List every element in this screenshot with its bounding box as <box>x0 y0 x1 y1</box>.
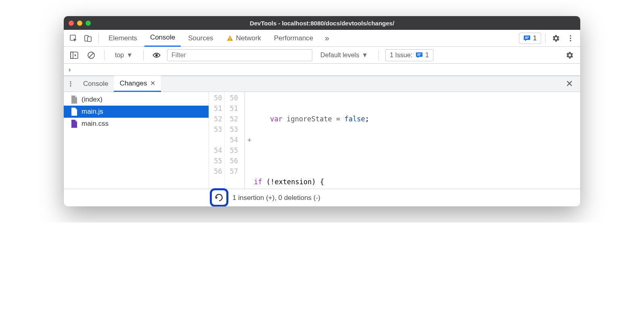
svg-point-14 <box>155 54 158 56</box>
changes-panel: (index) main.js main.css 50 51 52 53 54 … <box>64 92 580 189</box>
tab-elements-label: Elements <box>109 34 137 42</box>
drawer-tab-changes[interactable]: Changes ✕ <box>114 76 161 92</box>
chevron-down-icon: ▼ <box>126 52 133 59</box>
tab-network[interactable]: Network <box>221 30 267 47</box>
warning-icon <box>226 35 234 42</box>
svg-rect-3 <box>230 37 230 39</box>
separator <box>98 33 99 43</box>
close-tab-icon[interactable]: ✕ <box>150 79 155 87</box>
levels-label: Default levels <box>320 52 359 59</box>
tree-item-maincss[interactable]: main.css <box>64 118 209 130</box>
svg-point-17 <box>70 81 71 82</box>
tab-console-label: Console <box>150 33 175 42</box>
log-levels-selector[interactable]: Default levels ▼ <box>316 49 372 61</box>
traffic-lights <box>69 21 91 26</box>
drawer-tab-console-label: Console <box>83 80 108 88</box>
chevron-down-icon: ▼ <box>362 52 368 59</box>
tree-item-label: main.css <box>82 120 109 128</box>
file-icon <box>71 108 77 116</box>
device-toolbar-icon[interactable] <box>82 32 94 45</box>
clear-console-icon[interactable] <box>85 49 98 62</box>
devtools-window: DevTools - localhost:8080/docs/devtools/… <box>64 16 580 206</box>
gutter-new: 50 51 52 53 54 55 56 57 <box>225 92 245 189</box>
separator <box>378 50 379 60</box>
revert-highlight <box>210 188 228 206</box>
prompt-caret-icon: › <box>69 66 71 73</box>
svg-rect-2 <box>88 37 91 42</box>
issues-count: 1 <box>425 52 429 59</box>
svg-point-19 <box>70 85 71 86</box>
more-tabs-icon[interactable]: » <box>320 32 333 45</box>
svg-point-7 <box>570 35 571 37</box>
diff-code[interactable]: var ignoreState = false; if (!extension)… <box>254 92 580 189</box>
inspect-element-icon[interactable] <box>67 32 80 45</box>
svg-rect-16 <box>417 55 420 56</box>
titlebar: DevTools - localhost:8080/docs/devtools/… <box>64 16 580 30</box>
svg-rect-6 <box>525 38 528 39</box>
minimize-window-button[interactable] <box>77 21 82 26</box>
tab-sources-label: Sources <box>188 34 213 42</box>
file-icon <box>71 96 77 104</box>
gutter-sign: + <box>245 92 254 189</box>
context-label: top <box>115 52 124 59</box>
window-title: DevTools - localhost:8080/docs/devtools/… <box>64 20 580 27</box>
console-settings-icon[interactable] <box>563 49 576 62</box>
issues-label: 1 Issue: <box>390 52 412 59</box>
diff-summary: 1 insertion (+), 0 deletions (-) <box>232 194 320 202</box>
separator <box>545 33 546 43</box>
console-prompt[interactable]: › <box>64 64 580 76</box>
tree-item-index[interactable]: (index) <box>64 94 209 106</box>
svg-rect-5 <box>525 37 529 37</box>
tab-elements[interactable]: Elements <box>103 30 143 47</box>
issues-counter[interactable]: 1 <box>519 33 541 44</box>
issues-count: 1 <box>533 35 537 42</box>
file-icon <box>71 120 77 128</box>
kebab-menu-icon[interactable] <box>564 32 577 45</box>
tab-performance-label: Performance <box>274 34 313 42</box>
svg-rect-11 <box>71 52 73 58</box>
tree-item-label: (index) <box>82 96 102 104</box>
live-expression-icon[interactable] <box>150 49 163 62</box>
message-icon <box>523 35 531 42</box>
svg-point-9 <box>570 40 571 42</box>
issues-button[interactable]: 1 Issue: 1 <box>385 49 433 61</box>
separator <box>143 50 144 60</box>
tree-item-label: main.js <box>82 108 103 116</box>
main-tabstrip: Elements Console Sources Network Perform… <box>64 30 580 47</box>
console-sidebar-toggle-icon[interactable] <box>68 49 81 62</box>
tab-console[interactable]: Console <box>144 30 181 47</box>
svg-point-8 <box>570 37 571 39</box>
drawer-menu-icon[interactable] <box>64 81 77 87</box>
tab-sources[interactable]: Sources <box>182 30 219 47</box>
gutter-old: 50 51 52 53 54 55 56 <box>209 92 225 189</box>
close-drawer-icon[interactable]: ✕ <box>562 79 576 89</box>
tab-network-label: Network <box>236 34 261 42</box>
separator <box>104 50 105 60</box>
console-toolbar: top ▼ Default levels ▼ 1 Issue: 1 <box>64 47 580 64</box>
drawer-tab-changes-label: Changes <box>119 79 147 87</box>
execution-context-selector[interactable]: top ▼ <box>111 49 137 61</box>
message-icon <box>416 52 423 58</box>
close-window-button[interactable] <box>69 21 74 26</box>
diff-view: 50 51 52 53 54 55 56 50 51 52 53 54 55 5… <box>209 92 580 189</box>
svg-point-18 <box>70 83 71 84</box>
drawer-tabstrip: Console Changes ✕ ✕ <box>64 76 580 92</box>
zoom-window-button[interactable] <box>86 21 91 26</box>
drawer-tab-console[interactable]: Console <box>77 76 114 92</box>
changes-footer: 1 insertion (+), 0 deletions (-) <box>64 189 580 206</box>
settings-icon[interactable] <box>550 32 562 45</box>
revert-changes-icon[interactable] <box>214 194 224 202</box>
svg-line-13 <box>89 53 93 57</box>
tab-performance[interactable]: Performance <box>268 30 319 47</box>
tree-item-mainjs[interactable]: main.js <box>64 106 209 118</box>
filter-textfield[interactable] <box>171 52 308 59</box>
svg-rect-4 <box>230 40 230 40</box>
filter-input[interactable] <box>167 49 312 61</box>
changed-files-tree: (index) main.js main.css <box>64 92 209 189</box>
svg-rect-15 <box>417 54 421 54</box>
